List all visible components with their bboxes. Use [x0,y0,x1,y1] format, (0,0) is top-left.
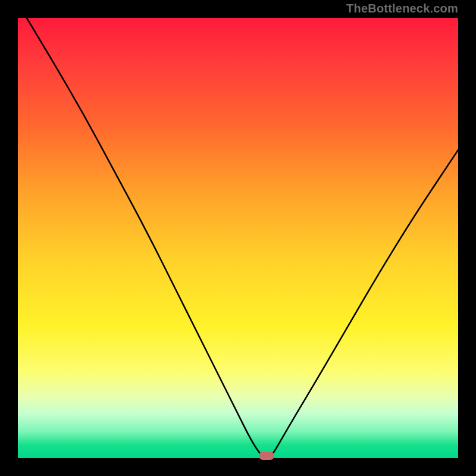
minimum-marker [259,452,274,460]
curve-svg [18,18,458,458]
chart-stage: TheBottleneck.com [0,0,476,476]
plot-area [18,18,458,458]
bottleneck-curve-path [27,18,458,458]
watermark-text: TheBottleneck.com [346,2,458,14]
